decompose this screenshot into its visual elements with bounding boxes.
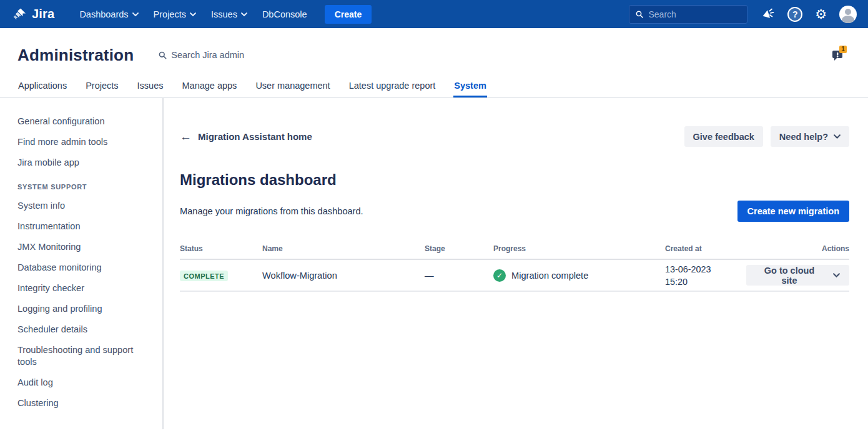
system-sidebar: General configuration Find more admin to… [0,98,164,429]
tab-manage-apps[interactable]: Manage apps [182,77,238,97]
migrations-table: Status Name Stage Progress Created at Ac… [180,244,849,292]
back-arrow-icon: ← [180,130,192,144]
progress-text: Migration complete [511,271,588,281]
tab-system[interactable]: System [453,77,487,97]
sidebar-section-system-support: SYSTEM SUPPORT [17,183,151,191]
global-search[interactable] [629,5,747,24]
jira-logo[interactable]: Jira [12,7,54,22]
migrations-dashboard-title: Migrations dashboard [180,171,849,189]
user-avatar[interactable] [839,6,857,23]
nav-item-dbconsole[interactable]: DbConsole [262,9,307,19]
status-badge: COMPLETE [180,271,228,281]
go-to-cloud-site-button[interactable]: Go to cloud site [746,265,849,286]
speech-bubble-icon: 1 [829,43,849,64]
column-header-stage: Stage [425,244,493,253]
migrations-dashboard-panel: ← Migration Assistant home Give feedback… [164,98,868,429]
back-to-migration-assistant-home-link[interactable]: ← Migration Assistant home [180,130,312,144]
nav-item-projects[interactable]: Projects [154,9,196,19]
success-check-icon: ✓ [493,269,506,282]
sidebar-item-find-more-admin-tools[interactable]: Find more admin tools [17,136,151,148]
chevron-down-icon [833,273,840,277]
column-header-status: Status [180,244,262,253]
tab-issues[interactable]: Issues [137,77,164,97]
chevron-down-icon [241,12,247,16]
need-help-button[interactable]: Need help? [771,126,849,147]
notification-count-badge: 1 [841,46,845,52]
search-jira-admin[interactable]: Search Jira admin [159,50,244,60]
sidebar-item-logging-and-profiling[interactable]: Logging and profiling [17,303,151,315]
migration-stage: — [425,271,493,281]
nav-item-issues[interactable]: Issues [211,9,247,19]
nav-item-dashboards[interactable]: Dashboards [79,9,138,19]
created-time: 15:20 [665,276,746,288]
table-header-row: Status Name Stage Progress Created at Ac… [180,244,849,260]
chevron-down-icon [132,12,139,16]
page-title-administration: Administration [17,46,134,65]
tab-user-management[interactable]: User management [255,77,330,97]
gear-icon[interactable]: ⚙ [815,7,827,21]
jira-logo-text: Jira [32,7,54,21]
jira-mark-icon [12,7,27,22]
tab-projects[interactable]: Projects [85,77,119,97]
sidebar-item-scheduler-details[interactable]: Scheduler details [17,324,151,336]
tab-latest-upgrade-report[interactable]: Latest upgrade report [348,77,436,97]
avatar-body [842,16,854,23]
tab-applications[interactable]: Applications [17,77,67,97]
admin-header: Administration Search Jira admin 1 [0,28,868,73]
migration-name: Wokflow-Migration [262,271,425,281]
create-button[interactable]: Create [325,5,372,24]
sidebar-item-audit-log[interactable]: Audit log [17,377,151,389]
sidebar-item-system-info[interactable]: System info [17,200,151,212]
create-new-migration-button[interactable]: Create new migration [737,201,849,222]
table-row: COMPLETE Wokflow-Migration — ✓ Migration… [180,260,849,292]
dashboard-subtitle: Manage your migrations from this dashboa… [180,206,363,216]
sidebar-item-instrumentation[interactable]: Instrumentation [17,221,151,232]
sidebar-item-jira-mobile-app[interactable]: Jira mobile app [17,157,151,169]
sidebar-item-integrity-checker[interactable]: Integrity checker [17,282,151,294]
admin-tabs: Applications Projects Issues Manage apps… [0,73,868,98]
sidebar-item-jmx-monitoring[interactable]: JMX Monitoring [17,241,151,253]
sidebar-item-troubleshooting[interactable]: Troubleshooting and support tools [17,344,151,368]
notifications-icon[interactable]: 1 [829,43,849,67]
chevron-down-icon [190,12,196,16]
column-header-progress: Progress [493,244,665,253]
column-header-created-at: Created at [665,244,746,253]
created-date: 13-06-2023 [665,263,746,276]
avatar-head [845,9,851,15]
global-search-input[interactable] [648,9,741,19]
sidebar-item-general-configuration[interactable]: General configuration [17,116,151,127]
sidebar-item-database-monitoring[interactable]: Database monitoring [17,262,151,274]
help-icon[interactable]: ? [787,7,802,22]
column-header-name: Name [262,244,425,253]
chevron-down-icon [834,134,841,139]
search-icon [159,51,167,59]
search-icon [636,10,643,19]
column-header-actions: Actions [746,244,849,253]
announcements-megaphone-icon[interactable] [760,7,775,22]
created-at-cell: 13-06-2023 15:20 [665,263,746,288]
top-navigation-bar: Jira Dashboards Projects Issues DbConsol… [0,0,868,28]
sidebar-item-clustering[interactable]: Clustering [17,397,151,409]
give-feedback-button[interactable]: Give feedback [684,126,763,147]
